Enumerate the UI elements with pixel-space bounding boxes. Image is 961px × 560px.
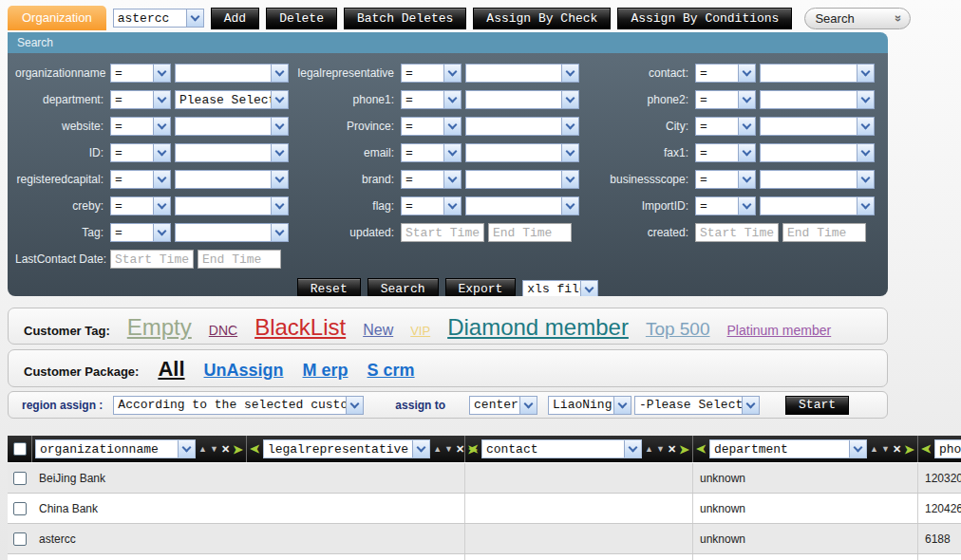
tag-value-select[interactable] — [175, 223, 289, 242]
move-column-right-icon[interactable]: ➤ — [233, 443, 243, 456]
entity-select[interactable]: astercc — [113, 9, 204, 28]
column-field-select-3[interactable]: contact — [481, 439, 642, 458]
tag-link-vip[interactable]: VIP — [410, 324, 430, 338]
businessscope-value-select[interactable] — [760, 170, 875, 189]
tag-link-top-500[interactable]: Top 500 — [646, 319, 710, 340]
package-link-s-crm[interactable]: S crm — [367, 361, 415, 381]
package-link-m-erp[interactable]: M erp — [303, 361, 349, 381]
move-column-left-icon[interactable]: ➤ — [468, 443, 479, 456]
tag-operator-select[interactable]: = — [110, 223, 171, 242]
tag-link-dnc[interactable]: DNC — [209, 323, 237, 338]
sort-desc-icon[interactable]: ▼ — [444, 445, 453, 454]
province-operator-select[interactable]: = — [401, 117, 462, 136]
fax1-value-select[interactable] — [760, 143, 875, 162]
sort-asc-icon[interactable]: ▲ — [645, 445, 653, 454]
row-checkbox[interactable] — [13, 472, 27, 485]
registeredcapital-value-select[interactable] — [175, 170, 289, 189]
id-value-select[interactable] — [175, 143, 289, 162]
move-column-left-icon[interactable]: ➤ — [250, 443, 260, 456]
flag-operator-select[interactable]: = — [401, 196, 462, 215]
tab-organization[interactable]: Organization — [8, 6, 106, 30]
sort-asc-icon[interactable]: ▲ — [198, 445, 207, 454]
start-button[interactable]: Start — [785, 396, 849, 415]
add-button[interactable]: Add — [211, 8, 259, 29]
region-assign-mode-select[interactable]: According to the selected customer — [113, 396, 364, 415]
phone2-operator-select[interactable]: = — [695, 90, 756, 109]
sort-desc-icon[interactable]: ▼ — [656, 445, 665, 454]
fax1-operator-select[interactable]: = — [695, 143, 756, 162]
column-field-select-4[interactable]: department — [709, 439, 867, 458]
package-link-all[interactable]: All — [158, 357, 184, 382]
legalrepresentative-operator-select[interactable]: = — [401, 64, 462, 83]
website-value-select[interactable] — [175, 117, 289, 136]
export-format-select[interactable]: xls file — [522, 280, 598, 297]
tag-link-platinum-member[interactable]: Platinum member — [727, 323, 832, 338]
batch-deletes-button[interactable]: Batch Deletes — [344, 8, 466, 29]
sort-desc-icon[interactable]: ▼ — [881, 445, 890, 454]
creby-operator-select[interactable]: = — [110, 196, 171, 215]
city-assign-select[interactable]: -Please Select- — [634, 396, 760, 415]
remove-column-icon[interactable]: ✕ — [668, 444, 676, 455]
contact-operator-select[interactable]: = — [695, 64, 756, 83]
phone2-value-select[interactable] — [760, 90, 875, 109]
businessscope-operator-select[interactable]: = — [695, 170, 756, 189]
email-value-select[interactable] — [465, 143, 579, 162]
sort-asc-icon[interactable]: ▲ — [433, 445, 442, 454]
importid-value-select[interactable] — [760, 196, 875, 215]
website-operator-select[interactable]: = — [110, 117, 171, 136]
department-value-select[interactable]: Please Select — [175, 90, 289, 109]
move-column-right-icon[interactable]: ➤ — [679, 443, 689, 456]
select-all-checkbox[interactable] — [13, 442, 27, 456]
email-operator-select[interactable]: = — [401, 143, 462, 162]
id-operator-select[interactable]: = — [110, 143, 171, 162]
package-link-unassign[interactable]: UnAssign — [204, 361, 284, 381]
phone1-value-select[interactable] — [465, 90, 579, 109]
remove-column-icon[interactable]: ✕ — [893, 444, 901, 455]
phone1-operator-select[interactable]: = — [401, 90, 462, 109]
registeredcapital-operator-select[interactable]: = — [110, 170, 171, 189]
column-field-select-1[interactable]: organizationname — [35, 439, 196, 458]
importid-operator-select[interactable]: = — [695, 196, 756, 215]
brand-operator-select[interactable]: = — [401, 170, 462, 189]
province-value-select[interactable] — [465, 117, 579, 136]
lastcontact-end-time-input[interactable] — [198, 250, 281, 269]
search-collapse-toggle[interactable]: Search « — [804, 8, 911, 29]
row-checkbox[interactable] — [13, 532, 27, 546]
move-column-left-icon[interactable]: ➤ — [921, 443, 932, 456]
legalrepresentative-value-select[interactable] — [465, 64, 579, 83]
move-column-left-icon[interactable]: ➤ — [696, 443, 707, 456]
created-end-time-input[interactable] — [782, 223, 866, 242]
city-operator-select[interactable]: = — [695, 117, 756, 136]
tag-link-empty[interactable]: Empty — [127, 314, 192, 341]
tag-link-diamond-member[interactable]: Diamond member — [447, 314, 629, 341]
flag-value-select[interactable] — [465, 196, 579, 215]
updated-start-time-input[interactable] — [401, 223, 484, 242]
created-start-time-input[interactable] — [695, 223, 779, 242]
assign-by-conditions-button[interactable]: Assign By Conditions — [617, 8, 792, 29]
province-assign-select[interactable]: LiaoNing — [548, 396, 631, 415]
delete-button[interactable]: Delete — [266, 8, 337, 29]
column-field-select-2[interactable]: legalrepresentative — [263, 439, 430, 458]
city-value-select[interactable] — [760, 117, 875, 136]
remove-column-icon[interactable]: ✕ — [221, 444, 230, 455]
export-button[interactable]: Export — [445, 278, 517, 296]
brand-value-select[interactable] — [465, 170, 579, 189]
center-select[interactable]: center — [469, 396, 537, 415]
organizationname-operator-select[interactable]: = — [110, 64, 171, 83]
organizationname-value-select[interactable] — [175, 64, 289, 83]
search-button[interactable]: Search — [367, 278, 439, 296]
remove-column-icon[interactable]: ✕ — [456, 444, 464, 455]
move-column-right-icon[interactable]: ➤ — [904, 443, 914, 456]
reset-button[interactable]: Reset — [297, 278, 361, 296]
column-field-select-5[interactable]: phone1 — [934, 439, 961, 458]
lastcontact-start-time-input[interactable] — [110, 250, 194, 269]
sort-asc-icon[interactable]: ▲ — [870, 445, 878, 454]
updated-end-time-input[interactable] — [488, 223, 572, 242]
row-checkbox[interactable] — [13, 502, 27, 515]
sort-desc-icon[interactable]: ▼ — [210, 445, 218, 454]
department-operator-select[interactable]: = — [110, 90, 171, 109]
tag-link-blacklist[interactable]: BlackList — [254, 314, 346, 341]
assign-by-check-button[interactable]: Assign By Check — [473, 8, 611, 29]
tag-link-new[interactable]: New — [363, 322, 393, 339]
creby-value-select[interactable] — [175, 196, 289, 215]
